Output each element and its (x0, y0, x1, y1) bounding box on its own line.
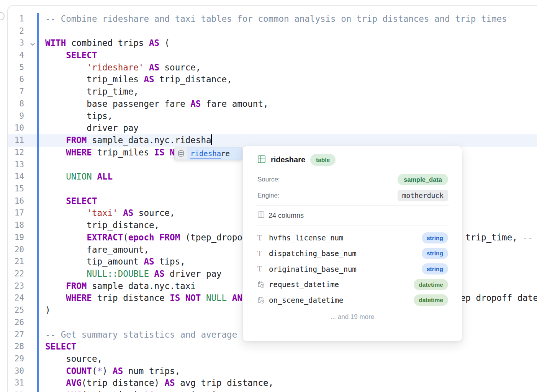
popup-info-section: Source: sample_data Engine: motherduck (243, 169, 462, 205)
gutter: 1234567891011121314151617181920212223242… (0, 13, 24, 392)
line-number[interactable]: 29 (0, 353, 24, 365)
more-columns-text: ... and 19 more (243, 313, 462, 321)
line-number[interactable]: 19 (0, 232, 24, 244)
active-block-indicator (37, 13, 39, 392)
line-number[interactable]: 20 (0, 244, 24, 256)
line-number[interactable]: 28 (0, 341, 24, 353)
column-type-badge: string (422, 263, 448, 275)
line-number[interactable]: 27 (0, 329, 24, 341)
string-type-icon: T (257, 250, 269, 258)
columns-icon (257, 211, 265, 220)
code-line[interactable]: trip_time, (45, 86, 537, 98)
line-number[interactable]: 24 (0, 292, 24, 304)
code-line[interactable]: base_passenger_fare AS fare_amount, (45, 98, 537, 110)
line-number[interactable]: 7 (0, 86, 24, 98)
code-line[interactable]: tips, (45, 110, 537, 122)
database-icon (175, 147, 187, 160)
column-name: dispatching_base_num (269, 249, 422, 258)
line-number[interactable]: 3 (0, 37, 24, 49)
code-line[interactable]: driver_pay (45, 122, 537, 134)
popup-columns-list: Thvfhs_license_numstringTdispatching_bas… (243, 225, 462, 308)
autocomplete-match-text: ridesha (190, 149, 221, 158)
column-type-badge: datetime (414, 294, 448, 306)
line-number[interactable]: 18 (0, 219, 24, 232)
line-number[interactable]: 30 (0, 365, 24, 377)
code-line[interactable]: SELECT (45, 49, 537, 62)
line-number[interactable]: 6 (0, 74, 24, 86)
table-type-badge: table (310, 154, 336, 166)
line-number[interactable]: 10 (0, 122, 24, 134)
autocomplete-rest-text: re (221, 149, 230, 158)
line-number[interactable]: 14 (0, 171, 24, 183)
datetime-type-icon (257, 297, 269, 304)
column-row: Toriginating_base_numstring (257, 261, 448, 277)
source-row: Source: sample_data (257, 172, 448, 188)
line-number[interactable]: 1 (0, 13, 24, 25)
code-line[interactable]: source, (45, 353, 537, 365)
column-row: on_scene_datetimedatetime (257, 292, 448, 308)
code-line[interactable]: SELECT (45, 341, 537, 353)
column-type-badge: datetime (414, 279, 448, 291)
code-line[interactable]: trip_miles AS trip_distance, (45, 74, 537, 86)
column-name: on_scene_datetime (269, 296, 414, 304)
line-number[interactable]: 23 (0, 280, 24, 292)
code-line[interactable]: COUNT(*) AS num_trips, (45, 365, 537, 377)
line-number[interactable]: 8 (0, 98, 24, 110)
line-number[interactable]: 21 (0, 256, 24, 268)
line-number[interactable]: 25 (0, 304, 24, 317)
column-type-badge: string (422, 232, 448, 244)
source-label: Source: (257, 176, 280, 183)
column-type-badge: string (422, 248, 448, 259)
line-number[interactable]: 15 (0, 183, 24, 195)
fold-chevron-icon[interactable] (30, 41, 35, 48)
line-number[interactable]: 22 (0, 268, 24, 280)
column-row: request_datetimedatetime (257, 277, 448, 292)
text-cursor (211, 134, 212, 145)
columns-count-row: 24 columns (243, 206, 462, 225)
code-line[interactable]: 'rideshare' AS source, (45, 62, 537, 74)
code-line[interactable]: AVG(trip_time) AS avg_trip_time, (45, 389, 537, 392)
engine-label: Engine: (257, 192, 280, 199)
column-row: Tdispatching_base_numstring (257, 246, 448, 261)
table-info-popup: rideshare table Source: sample_data Engi… (242, 146, 462, 341)
source-value-badge: sample_data (398, 174, 448, 186)
popup-table-name: rideshare (271, 155, 305, 164)
table-icon (257, 155, 266, 165)
line-number[interactable]: 11 (0, 134, 24, 147)
line-number[interactable]: 31 (0, 377, 24, 389)
datetime-type-icon (257, 281, 269, 288)
engine-row: Engine: motherduck (257, 188, 448, 204)
line-number[interactable]: 4 (0, 49, 24, 62)
line-number[interactable]: 32 (0, 389, 24, 392)
line-number[interactable]: 12 (0, 147, 24, 159)
code-line[interactable] (45, 25, 537, 38)
column-name: hvfhs_license_num (269, 234, 422, 242)
string-type-icon: T (257, 234, 269, 242)
autocomplete-item-rideshare[interactable]: rideshare (187, 147, 242, 160)
column-row: Thvfhs_license_numstring (257, 230, 448, 246)
code-line[interactable]: WITH combined_trips AS ( (45, 37, 537, 49)
autocomplete-dropdown[interactable]: rideshare (174, 147, 242, 160)
sql-editor-screen: 1234567891011121314151617181920212223242… (0, 0, 537, 392)
line-number[interactable]: 5 (0, 62, 24, 74)
line-number[interactable]: 17 (0, 207, 24, 219)
line-number[interactable]: 2 (0, 25, 24, 38)
columns-count-text: 24 columns (268, 212, 304, 220)
code-line[interactable]: FROM sample_data.nyc.ridesha (45, 134, 537, 147)
column-name: request_datetime (269, 280, 414, 289)
column-name: originating_base_num (269, 265, 422, 273)
line-number[interactable]: 9 (0, 110, 24, 122)
line-number[interactable]: 16 (0, 195, 24, 207)
code-line[interactable]: -- Combine rideshare and taxi tables for… (45, 13, 537, 25)
string-type-icon: T (257, 265, 269, 273)
line-number[interactable]: 26 (0, 317, 24, 329)
engine-value-badge: motherduck (398, 190, 448, 201)
line-number[interactable]: 13 (0, 159, 24, 171)
code-line[interactable]: AVG(trip_distance) AS avg_trip_distance, (45, 377, 537, 389)
popup-header: rideshare table (243, 146, 462, 163)
